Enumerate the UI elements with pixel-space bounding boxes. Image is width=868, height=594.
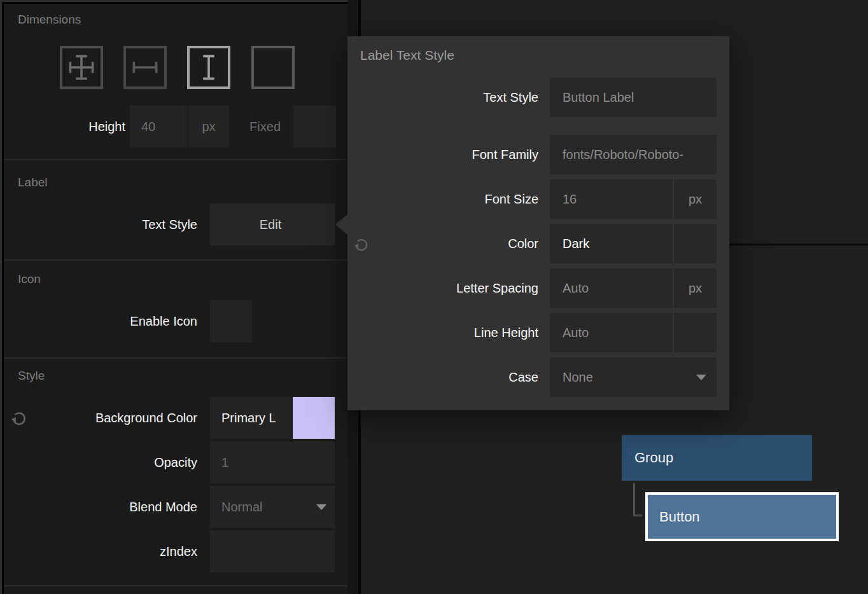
section-divider [0, 357, 347, 359]
section-divider [0, 585, 347, 586]
popup-font-family-label: Font Family [347, 135, 538, 174]
popup-letter-spacing-label: Letter Spacing [347, 268, 538, 308]
size-width-and-height-button[interactable] [60, 46, 103, 89]
height-label: Height [0, 106, 125, 148]
popup-letter-spacing-input[interactable]: Auto [550, 268, 673, 308]
button-node-label: Button [659, 509, 700, 525]
blend-mode-value: Normal [221, 500, 262, 515]
popup-line-height-input[interactable]: Auto [550, 313, 673, 352]
edit-button-label: Edit [260, 218, 281, 232]
width-and-height-ibeam-icon [66, 49, 97, 86]
size-none-button[interactable] [251, 46, 295, 89]
popup-font-size-value: 16 [563, 192, 577, 207]
popup-letter-spacing-value: Auto [563, 281, 589, 296]
opacity-input[interactable]: 1 [210, 441, 335, 483]
popup-color-field[interactable]: Dark [550, 224, 673, 263]
enable-icon-label: Enable Icon [0, 300, 197, 342]
icon-section-title: Icon [18, 272, 41, 286]
popup-case-value: None [563, 370, 593, 385]
background-color-field[interactable]: Primary L [210, 397, 291, 439]
height-input[interactable]: 40 [130, 106, 187, 148]
popup-font-family-value: fonts/Roboto/Roboto- [563, 148, 683, 162]
popup-color-value: Dark [563, 237, 589, 251]
popup-font-size-input[interactable]: 16 [550, 179, 673, 219]
height-ibeam-icon [193, 49, 224, 86]
background-color-label: Background Color [0, 397, 197, 439]
popup-font-size-unit: px [689, 192, 702, 207]
height-value: 40 [141, 120, 155, 134]
window-edge-top-line [2, 2, 347, 4]
popup-font-size-label: Font Size [347, 179, 538, 219]
edit-button[interactable]: Edit [210, 204, 335, 245]
width-ibeam-icon [130, 49, 160, 86]
blend-mode-label: Blend Mode [0, 486, 197, 528]
blend-mode-select[interactable]: Normal [210, 486, 335, 528]
tree-connector-vertical [633, 483, 635, 516]
dimensions-section-title: Dimensions [18, 13, 81, 27]
opacity-value: 1 [221, 455, 228, 470]
popup-case-select[interactable]: None [550, 357, 717, 397]
popup-font-family-field[interactable]: fonts/Roboto/Roboto- [550, 135, 717, 174]
background-color-value: Primary L [221, 411, 276, 425]
enable-icon-checkbox[interactable] [210, 300, 252, 342]
zindex-input[interactable] [210, 530, 335, 572]
popup-pointer [335, 214, 347, 235]
size-height-button[interactable] [187, 46, 230, 89]
popup-font-size-unit-box[interactable]: px [674, 179, 717, 219]
popup-line-height-label: Line Height [347, 313, 538, 352]
popup-letter-spacing-unit: px [689, 281, 702, 296]
popup-line-height-unit-box[interactable] [674, 313, 717, 352]
section-divider [0, 259, 347, 261]
background-color-swatch[interactable] [293, 397, 335, 439]
popup-text-style-value: Button Label [563, 90, 634, 105]
chevron-down-icon [316, 504, 326, 510]
popup-text-style-label: Text Style [347, 78, 538, 117]
fixed-checkbox[interactable] [293, 106, 336, 148]
window-edge-left-line [2, 0, 4, 594]
opacity-label: Opacity [0, 441, 197, 483]
section-divider [0, 159, 347, 160]
tree-connector-horizontal [633, 515, 642, 516]
style-section-title: Style [18, 369, 45, 383]
label-section-title: Label [18, 176, 48, 190]
popup-text-style-field[interactable]: Button Label [550, 78, 717, 117]
app-window: Group Button Dimensions [0, 0, 868, 594]
popup-title: Label Text Style [360, 48, 454, 63]
popup-case-label: Case [347, 357, 538, 397]
chevron-down-icon [696, 375, 706, 380]
properties-panel: Dimensions Height [0, 0, 347, 594]
popup-color-label: Color [347, 224, 538, 263]
text-style-label: Text Style [0, 204, 197, 245]
canvas-group-node[interactable]: Group [622, 435, 812, 481]
popup-color-extra-box[interactable] [674, 224, 717, 263]
label-text-style-popup: Label Text Style Text Style Button Label… [347, 36, 729, 410]
zindex-label: zIndex [0, 530, 197, 572]
canvas-button-node[interactable]: Button [645, 492, 839, 541]
group-node-label: Group [634, 450, 673, 466]
fixed-label: Fixed [180, 106, 281, 148]
size-width-button[interactable] [123, 46, 167, 89]
popup-letter-spacing-unit-box[interactable]: px [674, 268, 717, 308]
popup-line-height-value: Auto [563, 326, 589, 340]
